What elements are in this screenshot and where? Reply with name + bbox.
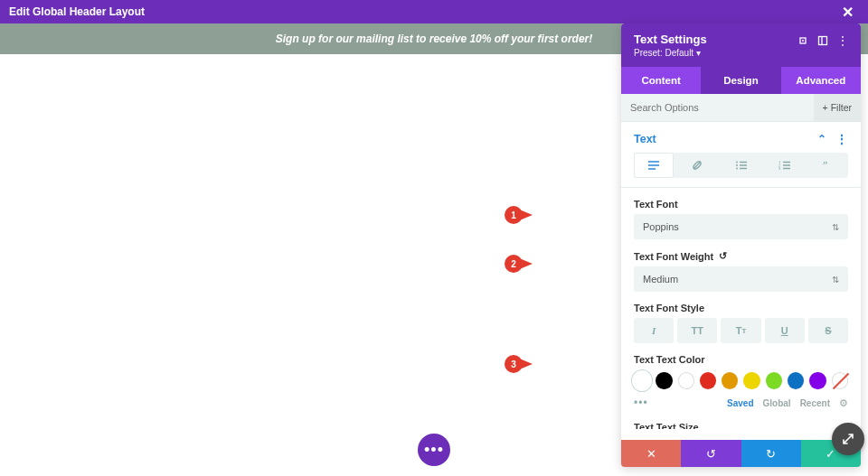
chevron-up-icon[interactable]: ⌃ — [817, 133, 826, 145]
style-strike[interactable]: S — [808, 318, 848, 343]
panel-tabs: Content Design Advanced — [621, 67, 861, 94]
caret-icon: ⇅ — [832, 222, 839, 232]
svg-point-13 — [736, 168, 738, 170]
search-input[interactable] — [621, 94, 814, 121]
banner-text: Sign up for our mailing list to receive … — [276, 33, 593, 45]
color-label: Text Text Color — [634, 354, 848, 365]
text-tab-ol[interactable]: 123 — [765, 153, 805, 178]
tab-advanced[interactable]: Advanced — [781, 67, 861, 94]
reset-icon[interactable]: ↺ — [719, 250, 727, 262]
gear-icon[interactable]: ⚙ — [839, 397, 848, 409]
top-bar: Edit Global Header Layout ✕ — [0, 0, 868, 23]
svg-rect-2 — [819, 37, 827, 45]
svg-point-11 — [736, 164, 738, 166]
cancel-button[interactable]: ✕ — [621, 440, 681, 467]
style-uppercase[interactable]: TT — [677, 318, 717, 343]
font-label: Text Font — [634, 199, 848, 210]
svg-point-1 — [802, 40, 804, 42]
style-label: Text Font Style — [634, 303, 848, 313]
style-italic[interactable]: I — [634, 318, 674, 343]
dots-icon[interactable]: ⋮ — [837, 34, 848, 47]
style-smallcaps[interactable]: TT — [721, 318, 760, 343]
section-dots-icon[interactable]: ⋮ — [835, 136, 848, 143]
close-icon[interactable]: ✕ — [836, 4, 859, 21]
svg-point-9 — [736, 162, 738, 163]
annotation-2: 2 — [505, 255, 533, 273]
panel-title: Text Settings — [634, 33, 797, 46]
swatch-yellow[interactable] — [743, 372, 760, 389]
weight-select[interactable]: Medium ⇅ — [634, 266, 848, 292]
separator — [621, 187, 861, 188]
swatch-green[interactable] — [766, 372, 782, 389]
top-bar-title: Edit Global Header Layout — [9, 5, 145, 18]
swatch-white-selected[interactable] — [634, 372, 650, 389]
text-element-tabs: 123 ” — [634, 153, 848, 178]
section-title: Text — [634, 133, 656, 145]
weight-label: Text Font Weight ↺ — [634, 250, 848, 262]
action-bar: ✕ ↺ ↻ ✓ — [621, 440, 861, 467]
font-style-tabs: I TT TT U S — [634, 318, 848, 343]
style-underline[interactable]: U — [765, 318, 805, 343]
swatch-white[interactable] — [678, 372, 694, 389]
annotation-3: 3 — [505, 355, 533, 373]
swatch-orange[interactable] — [722, 372, 738, 389]
fab-main[interactable]: ••• — [418, 434, 450, 466]
section-text-header[interactable]: Text ⌃ ⋮ — [634, 122, 848, 153]
search-row: +Filter — [621, 94, 861, 122]
caret-icon: ⇅ — [832, 275, 839, 285]
color-filter-row: ••• Saved Global Recent ⚙ — [634, 397, 848, 409]
text-tab-link[interactable] — [677, 153, 717, 178]
panel-preset[interactable]: Preset: Default ▾ — [634, 48, 797, 58]
panel-body: Text ⌃ ⋮ 123 ” Text Font — [621, 122, 861, 440]
text-tab-ul[interactable] — [721, 153, 760, 178]
swatch-red[interactable] — [700, 372, 716, 389]
more-dots-icon[interactable]: ••• — [634, 397, 648, 409]
undo-button[interactable]: ↺ — [681, 440, 741, 467]
filter-button[interactable]: +Filter — [814, 94, 861, 121]
panel-header: Text Settings Preset: Default ▾ ⋮ — [621, 23, 861, 67]
text-tab-paragraph[interactable] — [634, 153, 674, 178]
fab-resize[interactable] — [832, 423, 864, 455]
text-tab-quote[interactable]: ” — [808, 153, 848, 178]
filter-recent[interactable]: Recent — [800, 398, 830, 408]
swatch-black[interactable] — [656, 372, 672, 389]
swatch-blue[interactable] — [788, 372, 804, 389]
annotation-1: 1 — [505, 206, 533, 224]
expand-icon[interactable] — [797, 35, 808, 46]
layout-icon[interactable] — [817, 35, 828, 46]
font-select[interactable]: Poppins ⇅ — [634, 214, 848, 239]
color-swatches — [634, 372, 848, 389]
filter-global[interactable]: Global — [763, 398, 791, 408]
swatch-purple[interactable] — [809, 372, 826, 389]
svg-text:3: 3 — [778, 166, 781, 170]
svg-text:”: ” — [823, 161, 827, 170]
weight-value: Medium — [643, 274, 678, 285]
filter-saved[interactable]: Saved — [727, 398, 753, 408]
tab-design[interactable]: Design — [701, 67, 780, 94]
redo-button[interactable]: ↻ — [741, 440, 801, 467]
font-value: Poppins — [643, 221, 679, 232]
size-label-cut: Text Text Size — [634, 422, 848, 429]
settings-panel: Text Settings Preset: Default ▾ ⋮ Conten… — [621, 23, 861, 467]
tab-content[interactable]: Content — [621, 67, 701, 94]
swatch-none[interactable] — [832, 372, 848, 389]
